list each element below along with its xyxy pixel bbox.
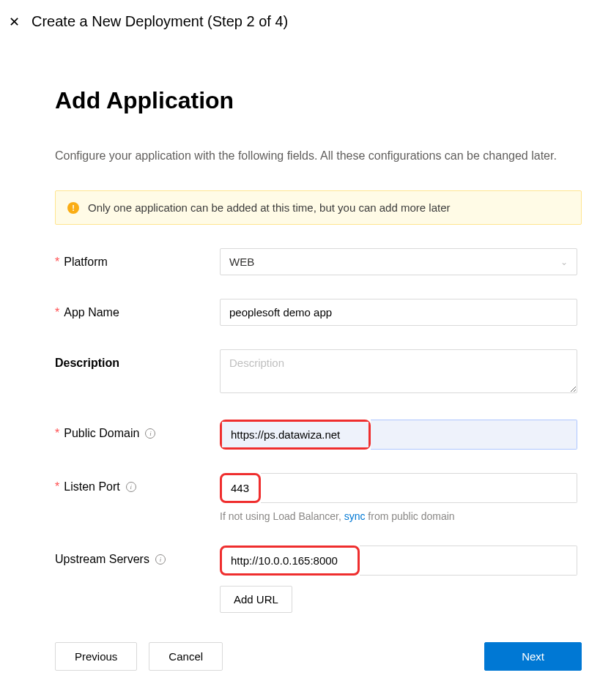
modal-content: Add Application Configure your applicati…: [0, 36, 611, 613]
upstream-server-input[interactable]: [222, 548, 358, 573]
warning-icon: !: [67, 202, 79, 214]
chevron-down-icon: ⌄: [560, 257, 568, 267]
listen-port-hint: If not using Load Balancer, sync from pu…: [220, 510, 577, 522]
listen-port-input[interactable]: [222, 475, 259, 501]
upstream-field-extension[interactable]: [360, 546, 577, 576]
label-text: Description: [55, 357, 119, 370]
row-upstream-servers: Upstream Servers i Add URL: [55, 546, 582, 613]
required-marker: *: [55, 306, 59, 319]
page-subtitle: Configure your application with the foll…: [55, 149, 582, 163]
listen-port-field-extension[interactable]: [261, 473, 577, 503]
label-upstream-servers: Upstream Servers i: [55, 546, 220, 566]
label-listen-port: * Listen Port i: [55, 473, 220, 494]
platform-select[interactable]: WEB ⌄: [220, 248, 577, 275]
alert-text: Only one application can be added at thi…: [88, 201, 450, 214]
modal-header: ✕ Create a New Deployment (Step 2 of 4): [0, 0, 611, 36]
info-icon[interactable]: i: [155, 554, 166, 565]
info-icon[interactable]: i: [145, 428, 155, 439]
required-marker: *: [55, 480, 59, 494]
label-text: Upstream Servers: [55, 553, 149, 566]
hint-prefix: If not using Load Balancer,: [220, 510, 344, 522]
hint-suffix: from public domain: [365, 510, 454, 522]
row-listen-port: * Listen Port i If not using Load Balanc…: [55, 473, 582, 522]
public-domain-input[interactable]: [222, 422, 369, 447]
label-public-domain: * Public Domain i: [55, 420, 220, 440]
info-alert: ! Only one application can be added at t…: [55, 190, 582, 225]
row-app-name: * App Name: [55, 299, 582, 326]
row-public-domain: * Public Domain i: [55, 420, 582, 450]
app-name-input[interactable]: [220, 299, 577, 326]
close-icon[interactable]: ✕: [6, 14, 23, 30]
sync-link[interactable]: sync: [344, 510, 366, 522]
footer-buttons: Previous Cancel Next: [0, 642, 611, 671]
row-platform: * Platform WEB ⌄: [55, 248, 582, 275]
platform-value: WEB: [229, 256, 254, 268]
label-text: Platform: [64, 256, 108, 269]
required-marker: *: [55, 256, 59, 269]
highlight-box-listen-port: [220, 473, 261, 503]
highlight-box-public-domain: [220, 420, 371, 450]
info-icon[interactable]: i: [126, 482, 136, 492]
required-marker: *: [55, 427, 59, 440]
modal-title: Create a New Deployment (Step 2 of 4): [32, 13, 288, 30]
label-text: Public Domain: [64, 427, 139, 440]
description-input[interactable]: [220, 349, 577, 393]
cancel-button[interactable]: Cancel: [149, 642, 223, 671]
next-button[interactable]: Next: [484, 642, 582, 671]
label-text: App Name: [64, 306, 119, 319]
page-title: Add Application: [55, 87, 582, 114]
highlight-box-upstream: [220, 546, 360, 576]
label-app-name: * App Name: [55, 299, 220, 319]
previous-button[interactable]: Previous: [55, 642, 137, 671]
label-description: Description: [55, 349, 220, 370]
row-description: Description: [55, 349, 582, 396]
public-domain-field-extension[interactable]: [371, 420, 577, 450]
label-text: Listen Port: [64, 480, 119, 494]
label-platform: * Platform: [55, 248, 220, 269]
add-url-button[interactable]: Add URL: [220, 586, 292, 613]
